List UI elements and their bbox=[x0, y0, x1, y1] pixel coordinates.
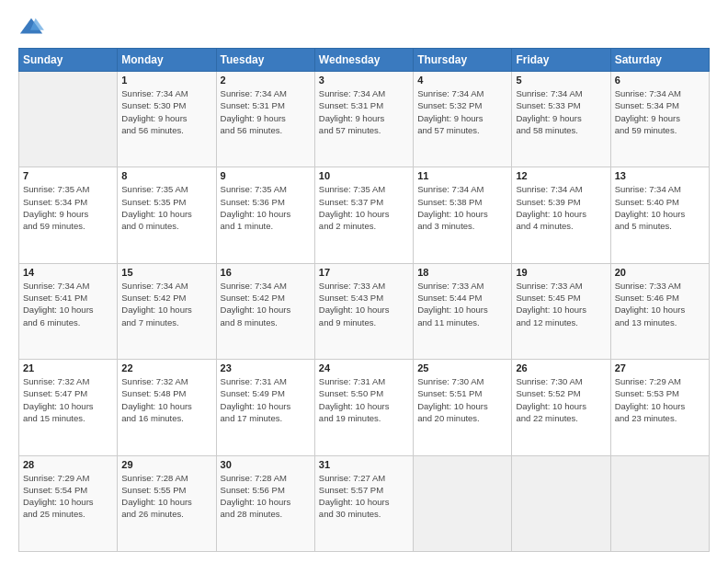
calendar-cell: 10Sunrise: 7:35 AMSunset: 5:37 PMDayligh… bbox=[314, 167, 413, 263]
day-number: 6 bbox=[615, 75, 705, 86]
day-number: 24 bbox=[319, 362, 409, 373]
day-number: 8 bbox=[121, 170, 211, 181]
day-number: 1 bbox=[121, 75, 211, 86]
day-info: Sunrise: 7:34 AMSunset: 5:42 PMDaylight:… bbox=[121, 280, 211, 328]
day-info: Sunrise: 7:29 AMSunset: 5:54 PMDaylight:… bbox=[23, 472, 113, 521]
calendar-cell: 29Sunrise: 7:28 AMSunset: 5:55 PMDayligh… bbox=[118, 455, 216, 551]
calendar-cell: 11Sunrise: 7:34 AMSunset: 5:38 PMDayligh… bbox=[414, 167, 512, 263]
calendar-cell: 13Sunrise: 7:34 AMSunset: 5:40 PMDayligh… bbox=[610, 167, 709, 263]
day-info: Sunrise: 7:32 AMSunset: 5:47 PMDaylight:… bbox=[23, 375, 113, 424]
calendar-cell bbox=[512, 455, 610, 551]
day-number: 28 bbox=[23, 459, 113, 470]
day-number: 31 bbox=[319, 459, 409, 470]
calendar-cell: 12Sunrise: 7:34 AMSunset: 5:39 PMDayligh… bbox=[512, 167, 610, 263]
day-number: 17 bbox=[319, 267, 409, 278]
day-info: Sunrise: 7:30 AMSunset: 5:52 PMDaylight:… bbox=[516, 375, 606, 424]
day-number: 9 bbox=[221, 170, 311, 181]
day-info: Sunrise: 7:35 AMSunset: 5:34 PMDaylight:… bbox=[23, 183, 113, 232]
day-info: Sunrise: 7:34 AMSunset: 5:30 PMDaylight:… bbox=[121, 87, 211, 136]
day-info: Sunrise: 7:33 AMSunset: 5:43 PMDaylight:… bbox=[319, 280, 409, 328]
day-number: 13 bbox=[615, 170, 705, 181]
header-day-friday: Friday bbox=[512, 49, 610, 72]
header-day-sunday: Sunday bbox=[19, 49, 118, 72]
day-number: 10 bbox=[319, 170, 409, 181]
day-number: 18 bbox=[417, 267, 507, 278]
day-info: Sunrise: 7:34 AMSunset: 5:42 PMDaylight:… bbox=[221, 280, 311, 328]
calendar-cell: 22Sunrise: 7:32 AMSunset: 5:48 PMDayligh… bbox=[118, 360, 216, 455]
day-info: Sunrise: 7:33 AMSunset: 5:44 PMDaylight:… bbox=[417, 280, 507, 328]
day-info: Sunrise: 7:34 AMSunset: 5:40 PMDaylight:… bbox=[615, 183, 705, 232]
calendar-cell: 6Sunrise: 7:34 AMSunset: 5:34 PMDaylight… bbox=[610, 72, 709, 167]
day-number: 14 bbox=[23, 267, 113, 278]
day-number: 25 bbox=[417, 362, 507, 373]
day-info: Sunrise: 7:31 AMSunset: 5:49 PMDaylight:… bbox=[221, 375, 311, 424]
day-info: Sunrise: 7:35 AMSunset: 5:36 PMDaylight:… bbox=[221, 183, 311, 232]
day-info: Sunrise: 7:34 AMSunset: 5:31 PMDaylight:… bbox=[221, 87, 311, 136]
day-info: Sunrise: 7:32 AMSunset: 5:48 PMDaylight:… bbox=[121, 375, 211, 424]
day-number: 27 bbox=[615, 362, 705, 373]
calendar-cell: 7Sunrise: 7:35 AMSunset: 5:34 PMDaylight… bbox=[19, 167, 118, 263]
calendar-cell: 8Sunrise: 7:35 AMSunset: 5:35 PMDaylight… bbox=[118, 167, 216, 263]
day-number: 26 bbox=[516, 362, 606, 373]
calendar-header: SundayMondayTuesdayWednesdayThursdayFrid… bbox=[19, 49, 710, 72]
calendar-cell: 23Sunrise: 7:31 AMSunset: 5:49 PMDayligh… bbox=[216, 360, 314, 455]
calendar-cell: 19Sunrise: 7:33 AMSunset: 5:45 PMDayligh… bbox=[512, 263, 610, 359]
calendar-cell: 17Sunrise: 7:33 AMSunset: 5:43 PMDayligh… bbox=[314, 263, 413, 359]
day-number: 29 bbox=[121, 459, 211, 470]
logo bbox=[18, 15, 48, 40]
day-number: 16 bbox=[221, 267, 311, 278]
calendar-cell: 18Sunrise: 7:33 AMSunset: 5:44 PMDayligh… bbox=[414, 263, 512, 359]
day-number: 2 bbox=[221, 75, 311, 86]
day-info: Sunrise: 7:35 AMSunset: 5:37 PMDaylight:… bbox=[319, 183, 409, 232]
day-info: Sunrise: 7:34 AMSunset: 5:39 PMDaylight:… bbox=[516, 183, 606, 232]
day-info: Sunrise: 7:34 AMSunset: 5:38 PMDaylight:… bbox=[417, 183, 507, 232]
calendar-body: 1Sunrise: 7:34 AMSunset: 5:30 PMDaylight… bbox=[19, 72, 710, 552]
day-number: 15 bbox=[121, 267, 211, 278]
calendar-week-3: 14Sunrise: 7:34 AMSunset: 5:41 PMDayligh… bbox=[19, 263, 710, 359]
day-info: Sunrise: 7:31 AMSunset: 5:50 PMDaylight:… bbox=[319, 375, 409, 424]
header-day-tuesday: Tuesday bbox=[216, 49, 314, 72]
calendar-week-1: 1Sunrise: 7:34 AMSunset: 5:30 PMDaylight… bbox=[19, 72, 710, 167]
calendar-cell: 31Sunrise: 7:27 AMSunset: 5:57 PMDayligh… bbox=[314, 455, 413, 551]
calendar-cell: 21Sunrise: 7:32 AMSunset: 5:47 PMDayligh… bbox=[19, 360, 118, 455]
day-info: Sunrise: 7:34 AMSunset: 5:32 PMDaylight:… bbox=[417, 87, 507, 136]
calendar-cell: 3Sunrise: 7:34 AMSunset: 5:31 PMDaylight… bbox=[314, 72, 413, 167]
day-info: Sunrise: 7:28 AMSunset: 5:56 PMDaylight:… bbox=[221, 472, 311, 521]
calendar-cell bbox=[610, 455, 709, 551]
page: SundayMondayTuesdayWednesdayThursdayFrid… bbox=[0, 0, 728, 563]
header-day-wednesday: Wednesday bbox=[314, 49, 413, 72]
day-info: Sunrise: 7:34 AMSunset: 5:33 PMDaylight:… bbox=[516, 87, 606, 136]
day-info: Sunrise: 7:33 AMSunset: 5:45 PMDaylight:… bbox=[516, 280, 606, 328]
day-number: 23 bbox=[221, 362, 311, 373]
day-number: 12 bbox=[516, 170, 606, 181]
calendar-cell: 14Sunrise: 7:34 AMSunset: 5:41 PMDayligh… bbox=[19, 263, 118, 359]
day-number: 5 bbox=[516, 75, 606, 86]
day-info: Sunrise: 7:34 AMSunset: 5:31 PMDaylight:… bbox=[319, 87, 409, 136]
calendar-cell: 2Sunrise: 7:34 AMSunset: 5:31 PMDaylight… bbox=[216, 72, 314, 167]
calendar-cell: 27Sunrise: 7:29 AMSunset: 5:53 PMDayligh… bbox=[610, 360, 709, 455]
calendar-cell: 30Sunrise: 7:28 AMSunset: 5:56 PMDayligh… bbox=[216, 455, 314, 551]
day-number: 19 bbox=[516, 267, 606, 278]
day-number: 3 bbox=[319, 75, 409, 86]
day-number: 11 bbox=[417, 170, 507, 181]
calendar-cell: 20Sunrise: 7:33 AMSunset: 5:46 PMDayligh… bbox=[610, 263, 709, 359]
calendar-cell bbox=[19, 72, 118, 167]
day-number: 7 bbox=[23, 170, 113, 181]
header-row: SundayMondayTuesdayWednesdayThursdayFrid… bbox=[19, 49, 710, 72]
calendar-cell: 26Sunrise: 7:30 AMSunset: 5:52 PMDayligh… bbox=[512, 360, 610, 455]
day-number: 30 bbox=[221, 459, 311, 470]
header-day-thursday: Thursday bbox=[414, 49, 512, 72]
calendar-cell: 24Sunrise: 7:31 AMSunset: 5:50 PMDayligh… bbox=[314, 360, 413, 455]
calendar-cell: 4Sunrise: 7:34 AMSunset: 5:32 PMDaylight… bbox=[414, 72, 512, 167]
calendar-cell bbox=[414, 455, 512, 551]
day-number: 4 bbox=[417, 75, 507, 86]
header-day-monday: Monday bbox=[118, 49, 216, 72]
day-info: Sunrise: 7:35 AMSunset: 5:35 PMDaylight:… bbox=[121, 183, 211, 232]
day-info: Sunrise: 7:27 AMSunset: 5:57 PMDaylight:… bbox=[319, 472, 409, 521]
calendar-week-5: 28Sunrise: 7:29 AMSunset: 5:54 PMDayligh… bbox=[19, 455, 710, 551]
calendar-week-4: 21Sunrise: 7:32 AMSunset: 5:47 PMDayligh… bbox=[19, 360, 710, 455]
header bbox=[18, 15, 710, 40]
calendar-cell: 9Sunrise: 7:35 AMSunset: 5:36 PMDaylight… bbox=[216, 167, 314, 263]
day-info: Sunrise: 7:28 AMSunset: 5:55 PMDaylight:… bbox=[121, 472, 211, 521]
calendar-week-2: 7Sunrise: 7:35 AMSunset: 5:34 PMDaylight… bbox=[19, 167, 710, 263]
